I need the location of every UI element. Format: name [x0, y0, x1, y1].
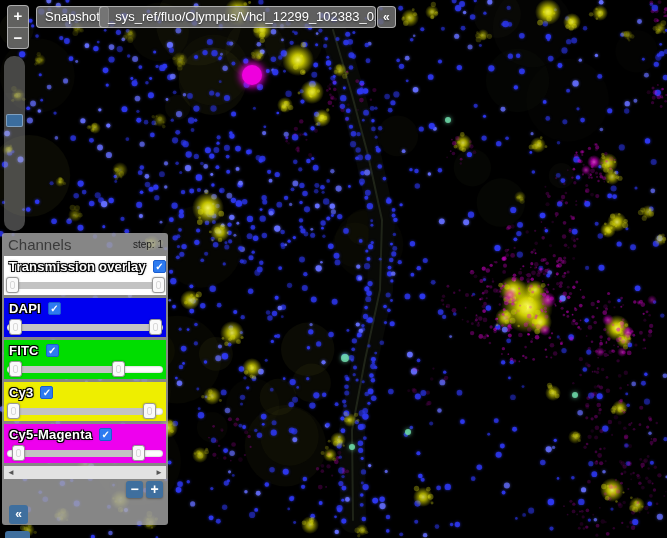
- channels-panel-title: Channels: [8, 236, 71, 253]
- step-indicator: step: 1: [133, 239, 163, 250]
- annotation-marker[interactable]: [242, 65, 262, 85]
- channel-range-slider[interactable]: [7, 318, 163, 337]
- viewer-zoom-control: + −: [7, 5, 29, 49]
- panel-hscrollbar[interactable]: ◄ ►: [4, 466, 166, 479]
- slider-range: [12, 282, 159, 289]
- slider-handle-max[interactable]: [132, 445, 145, 461]
- panel-zoom-out-button[interactable]: −: [126, 481, 143, 498]
- slider-handle-max[interactable]: [152, 277, 165, 293]
- slider-handle-min[interactable]: [9, 319, 22, 335]
- channels-panel-footer: − + «: [2, 479, 168, 528]
- slider-range: [18, 450, 138, 457]
- channel-label: Cy3: [9, 385, 33, 400]
- channels-panel: Channels step: 1 Transmission overlay ✓ …: [2, 233, 168, 525]
- panel-collapse-button[interactable]: «: [9, 505, 28, 524]
- channel-rows: Transmission overlay ✓ DAPI ✓ FITC ✓: [2, 256, 168, 463]
- panel-zoom-in-button[interactable]: +: [146, 481, 163, 498]
- snapshot-button[interactable]: Snapshot: [36, 6, 109, 28]
- channel-checkbox[interactable]: ✓: [48, 302, 61, 315]
- collapsed-panel-stub-button[interactable]: [5, 531, 30, 538]
- channel-range-slider[interactable]: [7, 360, 163, 379]
- channel-checkbox[interactable]: ✓: [153, 260, 166, 273]
- slider-handle-max[interactable]: [112, 361, 125, 377]
- channel-checkbox[interactable]: ✓: [40, 386, 53, 399]
- channel-row-transmission-overlay: Transmission overlay ✓: [4, 256, 166, 295]
- slider-handle-min[interactable]: [12, 445, 25, 461]
- slider-range: [15, 366, 118, 373]
- slider-handle-min[interactable]: [9, 361, 22, 377]
- channel-row-cy5-magenta: Cy5-Magenta ✓: [4, 424, 166, 463]
- channel-row-cy3: Cy3 ✓: [4, 382, 166, 421]
- zoom-in-button[interactable]: +: [8, 6, 28, 27]
- filename-tab[interactable]: _sys_ref/fluo/Olympus/Vhcl_12299_102383_…: [99, 6, 376, 28]
- vertical-zoom-slider-track-top: [4, 56, 25, 93]
- vertical-zoom-slider[interactable]: [4, 56, 25, 231]
- slider-handle-min[interactable]: [6, 277, 19, 293]
- slider-handle-max[interactable]: [143, 403, 156, 419]
- channel-row-fitc: FITC ✓: [4, 340, 166, 379]
- channel-range-slider[interactable]: [7, 402, 163, 421]
- channel-row-dapi: DAPI ✓: [4, 298, 166, 337]
- channel-range-slider[interactable]: [7, 444, 163, 463]
- channel-checkbox[interactable]: ✓: [46, 344, 59, 357]
- panel-zoom-buttons: − +: [126, 481, 163, 498]
- slider-range: [15, 324, 155, 331]
- channel-label: DAPI: [9, 301, 41, 316]
- zoom-out-button[interactable]: −: [8, 27, 28, 48]
- tab-collapse-button[interactable]: «: [377, 6, 396, 28]
- channel-label: FITC: [9, 343, 39, 358]
- channels-panel-header: Channels step: 1: [2, 233, 168, 256]
- slider-handle-min[interactable]: [7, 403, 20, 419]
- channel-range-slider[interactable]: [7, 276, 163, 295]
- channel-checkbox[interactable]: ✓: [99, 428, 112, 441]
- channel-label: Transmission overlay: [9, 259, 146, 274]
- scroll-left-arrow-icon[interactable]: ◄: [7, 466, 15, 479]
- scroll-right-arrow-icon[interactable]: ►: [155, 466, 163, 479]
- vertical-zoom-slider-handle[interactable]: [6, 114, 23, 127]
- slider-handle-max[interactable]: [149, 319, 162, 335]
- slider-range: [13, 408, 149, 415]
- channel-label: Cy5-Magenta: [9, 427, 92, 442]
